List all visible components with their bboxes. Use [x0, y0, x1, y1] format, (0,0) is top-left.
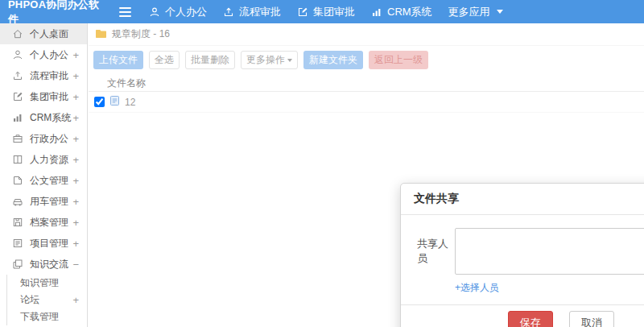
sidebar-item-label: 集团审批	[30, 90, 68, 104]
caret-down-icon	[287, 59, 292, 62]
sidebar-subitem-label: 知识管理	[20, 276, 59, 290]
expand-indicator[interactable]: +	[72, 154, 79, 166]
more-actions-button[interactable]: 更多操作	[241, 51, 298, 69]
sidebar-item-project-management[interactable]: 项目管理 +	[0, 233, 87, 254]
file-table-header: 文件名称	[89, 74, 644, 92]
sidebar-subitem-label: 下载管理	[20, 310, 59, 324]
sidebar-item-crm-system[interactable]: CRM系统 +	[0, 107, 87, 128]
file-icon	[109, 95, 120, 109]
nav-label: 流程审批	[239, 5, 281, 19]
archive-icon	[12, 217, 23, 228]
car-icon	[12, 196, 23, 207]
sidebar: 个人桌面 个人办公 + 流程审批 + 集团审批 + CRM系统 + 行政办公 +…	[0, 23, 88, 327]
home-icon	[12, 28, 23, 39]
sidebar-item-workflow-approval[interactable]: 流程审批 +	[0, 65, 87, 86]
sidebar-item-vehicle-management[interactable]: 用车管理 +	[0, 191, 87, 212]
sidebar-item-label: 项目管理	[30, 237, 68, 250]
top-bar: PHPOA协同办公软件 个人办公 流程审批 集团审批 CRM系统 更多应用	[0, 0, 644, 23]
nav-label: 集团审批	[313, 5, 355, 19]
row-checkbox[interactable]	[94, 97, 105, 107]
bar-chart-icon	[371, 6, 382, 18]
modal-title: 文件共享	[401, 184, 644, 215]
expand-indicator[interactable]: +	[72, 112, 79, 124]
upload-file-button[interactable]: 上传文件	[93, 51, 143, 69]
sidebar-item-label: 个人办公	[30, 48, 68, 62]
nav-crm-system[interactable]: CRM系统	[371, 5, 432, 19]
nav-personal-office[interactable]: 个人办公	[149, 5, 207, 19]
nav-label: 更多应用	[448, 5, 490, 19]
sidebar-item-label: 知识交流	[30, 258, 68, 271]
sidebar-item-personal-office[interactable]: 个人办公 +	[0, 44, 87, 65]
top-nav: 个人办公 流程审批 集团审批 CRM系统 更多应用	[149, 5, 503, 19]
file-name[interactable]: 12	[125, 97, 135, 108]
file-toolbar: 上传文件 全选 批量删除 更多操作 新建文件夹 返回上一级	[89, 46, 644, 74]
share-people-label: 共享人员	[417, 237, 455, 266]
cancel-button[interactable]: 取消	[569, 311, 614, 327]
sidebar-item-label: 公文管理	[30, 174, 68, 188]
book-icon	[12, 154, 23, 165]
batch-delete-button[interactable]: 批量删除	[185, 51, 235, 69]
sidebar-subitem-label: 论坛	[20, 293, 39, 307]
sidebar-item-label: CRM系统	[30, 111, 71, 125]
knowledge-submenu: 知识管理 论坛 + 下载管理	[6, 275, 87, 325]
select-all-button[interactable]: 全选	[149, 51, 180, 69]
user-icon	[149, 6, 160, 18]
edit-icon	[12, 91, 23, 102]
briefcase-icon	[12, 133, 23, 144]
sidebar-subitem-forum[interactable]: 论坛 +	[7, 292, 87, 308]
sidebar-item-label: 行政办公	[30, 132, 68, 146]
share-people-textarea[interactable]	[455, 228, 644, 275]
sidebar-item-archive-management[interactable]: 档案管理 +	[0, 212, 87, 233]
upload-icon	[12, 70, 23, 81]
expand-indicator[interactable]: −	[72, 259, 79, 271]
sidebar-item-label: 用车管理	[30, 195, 68, 209]
modal-footer: 保存 取消	[401, 304, 644, 327]
file-row[interactable]: 12	[89, 92, 644, 113]
expand-indicator[interactable]: +	[72, 49, 79, 61]
sidebar-subitem-knowledge-management[interactable]: 知识管理	[7, 275, 87, 292]
sidebar-item-personal-desktop[interactable]: 个人桌面	[0, 23, 87, 44]
sidebar-item-knowledge-exchange[interactable]: 知识交流 −	[0, 254, 87, 275]
expand-indicator[interactable]: +	[72, 294, 79, 306]
expand-indicator[interactable]: +	[72, 133, 79, 145]
menu-icon[interactable]	[119, 7, 131, 17]
sidebar-subitem-download-management[interactable]: 下载管理	[7, 308, 87, 325]
back-up-level-button[interactable]: 返回上一级	[369, 51, 428, 69]
file-share-modal: 文件共享 共享人员 +选择人员 保存 取消	[400, 183, 644, 327]
nav-more-apps[interactable]: 更多应用	[448, 5, 503, 19]
expand-indicator[interactable]: +	[72, 238, 79, 250]
save-button[interactable]: 保存	[508, 311, 553, 327]
nav-label: 个人办公	[165, 5, 207, 19]
upload-icon	[223, 6, 234, 18]
sidebar-item-official-docs[interactable]: 公文管理 +	[0, 170, 87, 191]
document-icon	[12, 175, 23, 186]
nav-workflow-approval[interactable]: 流程审批	[223, 5, 281, 19]
caret-down-icon	[497, 10, 503, 14]
app-logo: PHPOA协同办公软件	[0, 0, 106, 27]
expand-indicator[interactable]: +	[72, 196, 79, 208]
more-actions-label: 更多操作	[246, 54, 285, 65]
bar-chart-icon	[12, 112, 23, 123]
folder-icon	[95, 28, 107, 41]
expand-indicator[interactable]: +	[72, 217, 79, 229]
copy-icon	[12, 259, 23, 270]
nav-group-approval[interactable]: 集团审批	[297, 5, 355, 19]
sidebar-item-label: 档案管理	[30, 216, 68, 230]
select-people-link[interactable]: +选择人员	[455, 281, 499, 295]
sidebar-item-human-resources[interactable]: 人力资源 +	[0, 149, 87, 170]
expand-indicator[interactable]: +	[72, 70, 79, 82]
sidebar-item-group-approval[interactable]: 集团审批 +	[0, 86, 87, 107]
sidebar-item-label: 流程审批	[30, 69, 68, 83]
modal-body: 共享人员	[401, 215, 644, 275]
new-folder-button[interactable]: 新建文件夹	[303, 51, 363, 69]
breadcrumb-label: 规章制度 - 16	[112, 27, 170, 41]
sidebar-item-label: 个人桌面	[30, 27, 68, 41]
edit-icon	[297, 6, 308, 18]
project-icon	[12, 238, 23, 249]
nav-label: CRM系统	[387, 5, 432, 19]
expand-indicator[interactable]: +	[72, 91, 79, 103]
breadcrumb: 规章制度 - 16	[89, 23, 644, 46]
sidebar-item-admin-office[interactable]: 行政办公 +	[0, 128, 87, 149]
user-icon	[12, 49, 23, 60]
expand-indicator[interactable]: +	[72, 175, 79, 187]
